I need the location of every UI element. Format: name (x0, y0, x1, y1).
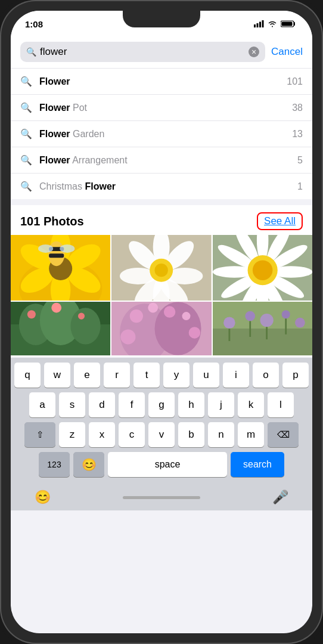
photo-grid (11, 235, 312, 357)
key-c[interactable]: c (119, 422, 145, 447)
status-icons (254, 20, 296, 27)
suggestion-text: Flower Arrangement (39, 155, 290, 166)
list-item[interactable]: 🔍 Christmas Flower 1 (11, 174, 312, 199)
key-s[interactable]: s (59, 392, 85, 417)
wifi-icon (268, 20, 277, 27)
key-g[interactable]: g (148, 392, 175, 417)
svg-point-62 (189, 327, 201, 339)
key-v[interactable]: v (148, 422, 175, 447)
key-h[interactable]: h (178, 392, 204, 417)
key-n[interactable]: n (208, 422, 234, 447)
suggestion-text: Flower Garden (39, 129, 285, 140)
key-r[interactable]: r (104, 363, 130, 388)
photo-cell[interactable] (111, 302, 211, 355)
key-y[interactable]: y (163, 363, 190, 388)
key-d[interactable]: d (89, 392, 115, 417)
svg-point-19 (60, 244, 74, 253)
svg-point-65 (223, 317, 235, 329)
photo-cell[interactable] (213, 302, 312, 355)
svg-rect-2 (259, 22, 261, 28)
suggestion-text: Christmas Flower (39, 181, 290, 192)
space-key[interactable]: space (108, 452, 227, 477)
search-icon: 🔍 (20, 102, 32, 113)
svg-point-30 (155, 264, 168, 277)
photo-cell[interactable] (11, 302, 110, 355)
photos-section: 101 Photos See All (11, 205, 312, 357)
svg-point-58 (148, 303, 159, 313)
search-icon: 🔍 (20, 154, 32, 166)
svg-point-50 (70, 308, 100, 344)
key-m[interactable]: m (238, 422, 264, 447)
see-all-button[interactable]: See All (257, 212, 303, 230)
svg-point-18 (38, 244, 53, 253)
status-time: 1:08 (25, 19, 43, 29)
search-input-wrapper[interactable]: 🔍 flower (20, 42, 265, 62)
svg-rect-5 (282, 22, 293, 26)
keyboard-row-1: q w e r t y u i o p (13, 363, 310, 388)
search-icon: 🔍 (20, 128, 32, 140)
shift-key[interactable]: ⇧ (24, 422, 55, 447)
key-a[interactable]: a (29, 392, 55, 417)
emoji-key[interactable]: 😊 (73, 452, 104, 477)
svg-point-61 (121, 329, 136, 344)
svg-rect-64 (213, 329, 312, 355)
backspace-key[interactable]: ⌫ (268, 422, 299, 447)
svg-point-51 (27, 310, 36, 318)
search-key[interactable]: search (231, 452, 284, 477)
svg-rect-17 (49, 253, 64, 258)
key-j[interactable]: j (208, 392, 234, 417)
microphone-icon[interactable]: 🎤 (272, 490, 288, 505)
key-x[interactable]: x (89, 422, 115, 447)
search-icon: 🔍 (20, 181, 32, 192)
photos-header: 101 Photos See All (11, 205, 312, 235)
suggestion-count: 5 (297, 155, 303, 166)
svg-point-15 (48, 241, 65, 266)
search-icon: 🔍 (26, 47, 36, 57)
search-bar-container: 🔍 flower Cancel (11, 37, 312, 68)
list-item[interactable]: 🔍 Flower 101 (11, 69, 312, 95)
svg-rect-0 (254, 24, 256, 27)
list-item[interactable]: 🔍 Flower Pot 38 (11, 95, 312, 121)
suggestion-text: Flower Pot (39, 103, 285, 113)
key-f[interactable]: f (119, 392, 145, 417)
svg-point-68 (281, 310, 290, 318)
svg-point-57 (130, 309, 143, 323)
signal-icon (254, 20, 264, 27)
svg-point-67 (260, 314, 273, 327)
suggestion-text: Flower (39, 76, 279, 87)
battery-icon (281, 20, 296, 27)
svg-rect-1 (257, 23, 259, 27)
cancel-button[interactable]: Cancel (271, 46, 303, 58)
emoji-icon[interactable]: 😊 (35, 490, 51, 505)
svg-point-69 (295, 318, 305, 328)
svg-point-45 (253, 260, 272, 280)
num-key[interactable]: 123 (39, 452, 70, 477)
list-item[interactable]: 🔍 Flower Garden 13 (11, 121, 312, 147)
photo-cell[interactable] (11, 235, 110, 301)
search-input[interactable]: flower (40, 46, 245, 58)
key-z[interactable]: z (59, 422, 85, 447)
keyboard-row-3: ⇧ z x c v b n m ⌫ (13, 422, 310, 447)
key-i[interactable]: i (223, 363, 249, 388)
key-e[interactable]: e (74, 363, 100, 388)
svg-point-52 (51, 303, 61, 313)
clear-button[interactable] (249, 47, 259, 57)
key-k[interactable]: k (238, 392, 264, 417)
key-t[interactable]: t (133, 363, 160, 388)
key-o[interactable]: o (253, 363, 279, 388)
keyboard-row-2: a s d f g h j k l (13, 392, 310, 417)
photo-cell[interactable] (111, 235, 211, 301)
phone-frame: 1:08 (0, 0, 323, 644)
key-q[interactable]: q (14, 363, 41, 388)
list-item[interactable]: 🔍 Flower Arrangement 5 (11, 147, 312, 174)
key-b[interactable]: b (178, 422, 204, 447)
suggestion-count: 13 (292, 129, 303, 140)
keyboard: q w e r t y u i o p a s d f g h j k (11, 358, 312, 484)
key-p[interactable]: p (282, 363, 309, 388)
key-u[interactable]: u (193, 363, 219, 388)
key-l[interactable]: l (268, 392, 294, 417)
key-w[interactable]: w (44, 363, 70, 388)
photo-cell[interactable] (213, 235, 312, 301)
svg-point-59 (164, 306, 176, 318)
keyboard-row-4: 123 😊 space search (13, 452, 310, 477)
